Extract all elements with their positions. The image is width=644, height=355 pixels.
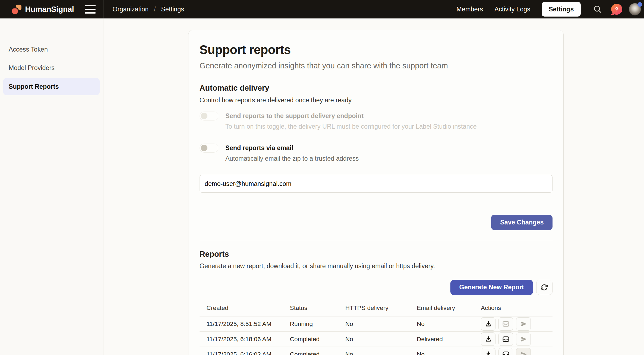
- download-report-button[interactable]: [481, 317, 495, 330]
- cell-status: Running: [290, 320, 345, 328]
- cell-created: 11/17/2025, 6:18:06 AM: [200, 335, 290, 343]
- download-report-button[interactable]: [481, 332, 495, 346]
- download-icon: [485, 320, 492, 328]
- col-actions: Actions: [481, 304, 553, 312]
- breadcrumb-settings[interactable]: Settings: [161, 6, 184, 13]
- download-report-button[interactable]: [481, 348, 495, 355]
- https-delivery-toggle[interactable]: [200, 112, 219, 121]
- app-root: HumanSignal Organization / Settings Memb…: [0, 0, 644, 355]
- cell-https-delivery: No: [345, 351, 417, 355]
- inbox-icon: [502, 350, 510, 355]
- brand-name: HumanSignal: [25, 5, 74, 14]
- nav-activity-logs[interactable]: Activity Logs: [494, 6, 530, 13]
- send-icon: [520, 335, 527, 343]
- status-dot: [637, 2, 642, 7]
- automatic-delivery-heading: Automatic delivery: [200, 84, 553, 93]
- cell-https-delivery: No: [345, 320, 417, 328]
- reports-table: Created Status HTTPS delivery Email deli…: [200, 304, 553, 355]
- download-icon: [485, 335, 492, 343]
- sidebar-item-support-reports[interactable]: Support Reports: [3, 78, 100, 95]
- topbar: HumanSignal Organization / Settings Memb…: [0, 0, 644, 18]
- email-delivery-toggle-helper: Automatically email the zip to a trusted…: [225, 155, 359, 163]
- section-divider: [200, 240, 553, 240]
- breadcrumb: Organization / Settings: [113, 0, 184, 18]
- menu-icon[interactable]: [85, 5, 96, 14]
- col-created: Created: [200, 304, 290, 312]
- email-report-button[interactable]: [498, 317, 513, 330]
- email-delivery-toggle-label: Send reports via email: [225, 144, 359, 152]
- table-row: 11/17/2025, 6:16:02 AM Completed No No: [200, 347, 553, 355]
- send-report-button[interactable]: [516, 332, 531, 346]
- email-delivery-toggle[interactable]: [200, 144, 219, 153]
- email-report-button[interactable]: [498, 348, 513, 355]
- nav-settings-active[interactable]: Settings: [542, 2, 581, 17]
- user-avatar[interactable]: [629, 3, 641, 15]
- cell-email-delivery: No: [417, 320, 481, 328]
- page-subtitle: Generate anonymized insights that you ca…: [200, 61, 553, 71]
- generate-new-report-button[interactable]: Generate New Report: [450, 280, 533, 295]
- send-icon: [520, 351, 527, 355]
- automatic-delivery-description: Control how reports are delivered once t…: [200, 96, 553, 104]
- topbar-divider: [103, 0, 104, 18]
- inbox-icon: [502, 335, 510, 343]
- refresh-reports-button[interactable]: [536, 280, 553, 295]
- col-https-delivery: HTTPS delivery: [345, 304, 417, 312]
- reports-heading: Reports: [200, 250, 553, 259]
- page-title: Support reports: [200, 43, 553, 57]
- https-delivery-toggle-row: Send reports to the support delivery end…: [200, 112, 553, 131]
- send-icon: [520, 320, 527, 328]
- send-report-button[interactable]: [516, 317, 531, 330]
- topnav: Members Activity Logs Settings ?: [456, 0, 641, 18]
- col-email-delivery: Email delivery: [417, 304, 481, 312]
- cell-status: Completed: [290, 335, 345, 343]
- https-delivery-toggle-helper: To turn on this toggle, the delivery URL…: [225, 123, 476, 131]
- download-icon: [485, 351, 492, 355]
- toggle-knob: [201, 145, 207, 151]
- cell-status: Completed: [290, 351, 345, 355]
- sidebar-item-access-token[interactable]: Access Token: [9, 46, 48, 53]
- email-report-button[interactable]: [498, 332, 513, 346]
- cell-https-delivery: No: [345, 335, 417, 343]
- refresh-icon: [541, 284, 548, 291]
- nav-members[interactable]: Members: [456, 6, 483, 13]
- cell-created: 11/17/2025, 8:51:52 AM: [200, 320, 290, 328]
- save-changes-button[interactable]: Save Changes: [491, 215, 553, 230]
- support-reports-card: Support reports Generate anonymized insi…: [188, 30, 564, 355]
- col-status: Status: [290, 304, 345, 312]
- table-header: Created Status HTTPS delivery Email deli…: [200, 304, 553, 316]
- sidebar-item-model-providers[interactable]: Model Providers: [9, 64, 55, 72]
- reports-description: Generate a new report, download it, or s…: [200, 262, 553, 270]
- cell-email-delivery: Delivered: [417, 335, 481, 343]
- breadcrumb-organization[interactable]: Organization: [113, 6, 149, 13]
- table-row: 11/17/2025, 6:18:06 AM Completed No Deli…: [200, 332, 553, 347]
- inbox-icon: [502, 320, 510, 328]
- cell-created: 11/17/2025, 6:16:02 AM: [200, 351, 290, 355]
- table-row: 11/17/2025, 8:51:52 AM Running No No: [200, 316, 553, 332]
- help-icon[interactable]: ?: [611, 4, 622, 15]
- humansignal-logo-icon: [12, 5, 21, 14]
- cell-email-delivery: No: [417, 351, 481, 355]
- trusted-email-input[interactable]: [200, 175, 553, 193]
- email-delivery-toggle-row: Send reports via email Automatically ema…: [200, 144, 553, 163]
- brand-logo[interactable]: HumanSignal: [12, 0, 74, 18]
- send-report-button[interactable]: [516, 348, 531, 355]
- settings-sidebar: Access Token Model Providers Support Rep…: [0, 18, 103, 355]
- toggle-knob: [201, 113, 207, 119]
- search-icon[interactable]: [593, 5, 602, 14]
- https-delivery-toggle-label: Send reports to the support delivery end…: [225, 112, 476, 120]
- breadcrumb-separator: /: [154, 6, 156, 13]
